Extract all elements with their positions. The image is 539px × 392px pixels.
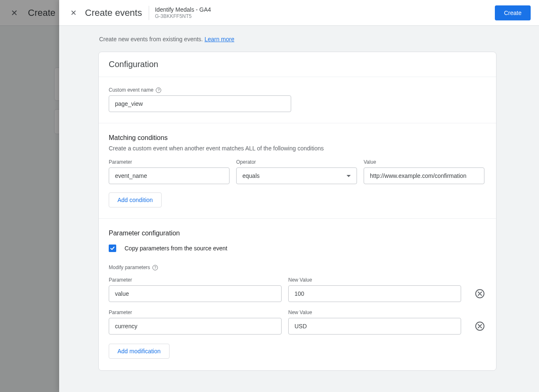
remove-modification-button[interactable] (475, 289, 484, 298)
check-icon (110, 246, 115, 251)
configuration-card: Configuration Custom event name ? Matchi… (98, 52, 497, 371)
remove-modification-button[interactable] (475, 322, 484, 331)
intro-text: Create new events from existing events. … (98, 36, 497, 42)
custom-event-name-label-text: Custom event name (109, 87, 153, 93)
property-name: Identify Medals - GA4 (155, 6, 211, 13)
matching-conditions-subtitle: Create a custom event when another event… (109, 145, 486, 152)
close-panel-button[interactable]: ✕ (67, 7, 79, 19)
custom-event-name-input[interactable] (109, 95, 291, 112)
card-title: Configuration (99, 52, 496, 77)
mod2-parameter-label: Parameter (109, 310, 282, 315)
custom-event-name-label: Custom event name ? (109, 87, 486, 93)
parameter-configuration-title: Parameter configuration (109, 230, 486, 237)
condition-value-input[interactable] (364, 167, 484, 184)
modification-row-2: Parameter New Value (109, 310, 486, 335)
mod1-value-label: New Value (288, 277, 461, 283)
close-icon (478, 324, 482, 328)
mod2-value-label: New Value (288, 310, 461, 315)
mod1-parameter-input[interactable] (109, 285, 282, 302)
add-condition-button[interactable]: Add condition (109, 192, 162, 207)
mod1-parameter-label: Parameter (109, 277, 282, 283)
condition-parameter-label: Parameter (109, 159, 230, 165)
mod1-value-input[interactable] (288, 285, 461, 302)
copy-parameters-row: Copy parameters from the source event (109, 245, 486, 252)
learn-more-link[interactable]: Learn more (205, 36, 235, 42)
condition-operator-value: equals (242, 172, 260, 179)
copy-parameters-label: Copy parameters from the source event (125, 245, 227, 252)
intro-text-label: Create new events from existing events. (99, 36, 205, 42)
panel-header: ✕ Create events Identify Medals - GA4 G-… (59, 0, 539, 26)
mod2-parameter-input[interactable] (109, 318, 282, 335)
modification-row-1: Parameter New Value (109, 277, 486, 302)
close-icon: ✕ (70, 8, 77, 17)
condition-value-label: Value (364, 159, 484, 165)
panel-body[interactable]: Create new events from existing events. … (59, 26, 539, 392)
modify-parameters-label: Modify parameters ? (109, 265, 486, 270)
create-button[interactable]: Create (495, 5, 531, 20)
condition-parameter-input[interactable] (109, 167, 230, 184)
condition-operator-label: Operator (236, 159, 357, 165)
add-modification-button[interactable]: Add modification (109, 344, 170, 359)
property-block: Identify Medals - GA4 G-3BKKFF5NT5 (155, 6, 211, 19)
help-icon[interactable]: ? (156, 87, 161, 93)
matching-conditions-title: Matching conditions (109, 134, 486, 142)
condition-row: Parameter Operator equals Value (109, 159, 486, 184)
create-events-panel: ✕ Create events Identify Medals - GA4 G-… (59, 0, 539, 392)
condition-operator-select[interactable]: equals (236, 167, 357, 184)
chevron-down-icon (347, 175, 351, 177)
panel-title: Create events (85, 7, 149, 18)
mod2-value-input[interactable] (288, 318, 461, 335)
property-id: G-3BKKFF5NT5 (155, 13, 211, 19)
header-separator (149, 6, 149, 20)
modify-parameters-label-text: Modify parameters (109, 265, 150, 270)
close-icon (478, 292, 482, 296)
copy-parameters-checkbox[interactable] (109, 245, 116, 252)
help-icon[interactable]: ? (152, 265, 158, 270)
